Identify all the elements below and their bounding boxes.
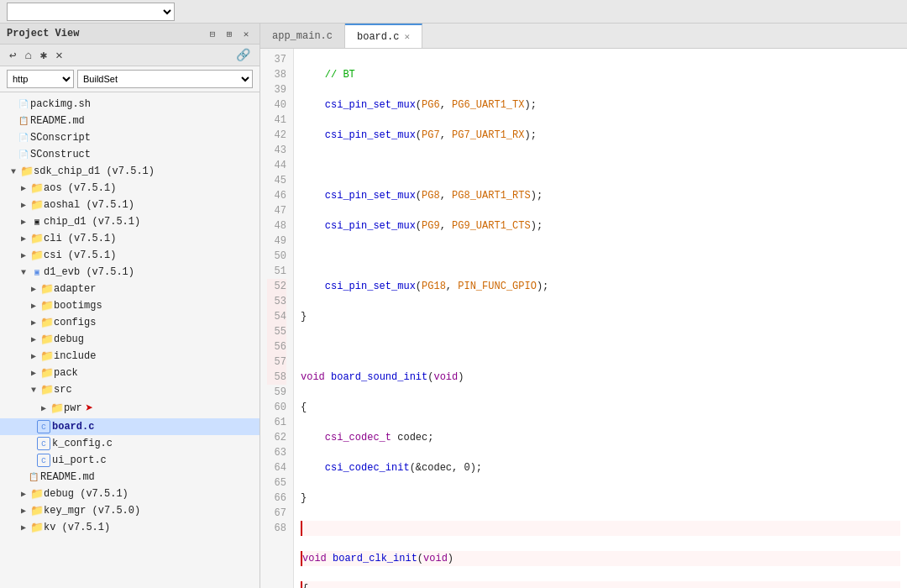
file-icon: 📄 bbox=[17, 131, 30, 144]
tree-item-sconstruct[interactable]: 📄 SConstruct bbox=[0, 146, 260, 163]
tree-item-bootimgs[interactable]: ▶ 📁 bootimgs bbox=[0, 297, 260, 314]
tree-label: README.md bbox=[30, 115, 85, 127]
code-content[interactable]: // BT csi_pin_set_mux(PG6, PG6_UART1_TX)… bbox=[294, 49, 907, 588]
file-c-icon: c bbox=[37, 454, 50, 467]
toolbar-star-icon[interactable]: ✱ bbox=[38, 47, 50, 63]
tree-item-aos[interactable]: ▶ 📁 aos (v7.5.1) bbox=[0, 180, 260, 197]
tree-item-readme-d1evb[interactable]: 📋 README.md bbox=[0, 469, 260, 486]
code-line-39: csi_pin_set_mux(PG7, PG7_UART1_RX); bbox=[301, 128, 900, 143]
sidebar-close-icon[interactable]: ✕ bbox=[239, 27, 253, 40]
code-line-40 bbox=[301, 158, 900, 173]
expand-arrow-icon: ▶ bbox=[17, 198, 30, 212]
sidebar-toolbar: ↩ ⌂ ✱ ✕ 🔗 bbox=[0, 45, 260, 66]
sidebar-minimize-icon[interactable]: ⊟ bbox=[206, 27, 219, 40]
folder-icon: 📁 bbox=[40, 366, 54, 380]
tree-item-keymgr[interactable]: ▶ 📁 key_mgr (v7.5.0) bbox=[0, 502, 260, 519]
toolbar-back-icon[interactable]: ↩ bbox=[7, 47, 18, 63]
tree-item-adapter[interactable]: ▶ 📁 adapter bbox=[0, 281, 260, 297]
tree-item-pwr[interactable]: ▶ 📁 pwr ➤ bbox=[0, 398, 260, 418]
folder-icon: 📁 bbox=[40, 282, 54, 296]
file-c-icon: c bbox=[37, 420, 50, 433]
tree-item-kv[interactable]: ▶ 📁 kv (v7.5.1) bbox=[0, 519, 260, 536]
tree-item-kconfig[interactable]: c k_config.c bbox=[0, 435, 260, 452]
toolbar-close2-icon[interactable]: ✕ bbox=[53, 47, 65, 63]
tree-item-uiport[interactable]: c ui_port.c bbox=[0, 452, 260, 469]
code-line-51: } bbox=[301, 491, 900, 506]
toolbar-home-icon[interactable]: ⌂ bbox=[22, 48, 34, 63]
editor: app_main.c board.c ✕ 3738394041 42434445… bbox=[260, 24, 907, 588]
tree-item-debug-pkg[interactable]: ▶ 📁 debug (v7.5.1) bbox=[0, 486, 260, 502]
buildset-select[interactable]: BuildSet bbox=[77, 70, 253, 88]
chip-icon: ▣ bbox=[30, 215, 44, 228]
tree-item-pack[interactable]: ▶ 📁 pack bbox=[0, 365, 260, 381]
code-line-43 bbox=[301, 249, 900, 264]
tree-item-readme-root[interactable]: 📋 README.md bbox=[0, 113, 260, 129]
code-line-48: { bbox=[301, 400, 900, 415]
tab-close-icon[interactable]: ✕ bbox=[404, 31, 410, 42]
folder-icon: 📁 bbox=[40, 383, 54, 396]
tree-item-debug[interactable]: ▶ 📁 debug bbox=[0, 331, 260, 348]
tree-label: configs bbox=[54, 317, 96, 328]
folder-icon: 📁 bbox=[40, 316, 54, 329]
code-line-52 bbox=[301, 521, 900, 536]
tree-item-cli[interactable]: ▶ 📁 cli (v7.5.1) bbox=[0, 230, 260, 247]
code-line-45: } bbox=[301, 309, 900, 324]
sidebar-dropdowns: http BuildSet bbox=[0, 66, 260, 92]
expand-arrow-icon: ▼ bbox=[27, 383, 40, 396]
tree-label: bootimgs bbox=[54, 300, 102, 312]
tree-item-include[interactable]: ▶ 📁 include bbox=[0, 348, 260, 365]
tree-item-d1evb[interactable]: ▼ ▣ d1_evb (v7.5.1) bbox=[0, 264, 260, 281]
expand-arrow-icon: ▼ bbox=[7, 165, 20, 178]
code-line-47: void board_sound_init(void) bbox=[301, 370, 900, 385]
editor-tabs: app_main.c board.c ✕ bbox=[260, 24, 907, 49]
tree-item-board-c[interactable]: c board.c bbox=[0, 418, 260, 435]
folder-icon: 📁 bbox=[30, 487, 44, 501]
file-sh-icon: 📄 bbox=[17, 97, 30, 111]
expand-arrow-icon: ▶ bbox=[27, 349, 40, 363]
folder-icon: 📁 bbox=[30, 181, 44, 195]
tree-item-aoshal[interactable]: ▶ 📁 aoshal (v7.5.1) bbox=[0, 197, 260, 213]
tree-item-configs[interactable]: ▶ 📁 configs bbox=[0, 314, 260, 331]
toolbar-link-icon[interactable]: 🔗 bbox=[233, 47, 253, 63]
tree-label: adapter bbox=[54, 283, 96, 295]
tree-item-csi[interactable]: ▶ 📁 csi (v7.5.1) bbox=[0, 247, 260, 264]
tab-label: board.c bbox=[357, 31, 399, 43]
arrow-indicator: ➤ bbox=[86, 400, 94, 417]
expand-arrow-icon: ▼ bbox=[17, 265, 30, 279]
code-line-38: csi_pin_set_mux(PG6, PG6_UART1_TX); bbox=[301, 97, 900, 113]
tree-item-packimg[interactable]: 📄 packimg.sh bbox=[0, 96, 260, 113]
http-select[interactable]: http bbox=[7, 70, 74, 88]
expand-arrow-icon: ▶ bbox=[27, 316, 40, 329]
tree-label: src bbox=[54, 384, 72, 396]
folder-icon: 📁 bbox=[40, 333, 54, 346]
expand-arrow-icon: ▶ bbox=[17, 504, 30, 517]
code-line-53: void board_clk_init(void) bbox=[301, 551, 900, 566]
tree-item-src[interactable]: ▼ 📁 src bbox=[0, 381, 260, 398]
sidebar-title: Project View bbox=[7, 28, 79, 39]
tree-item-sconscript[interactable]: 📄 SConscript bbox=[0, 129, 260, 146]
folder-icon: 📁 bbox=[30, 198, 44, 212]
sidebar-maximize-icon[interactable]: ⊞ bbox=[223, 27, 236, 40]
code-line-46 bbox=[301, 339, 900, 354]
sidebar-title-bar: Project View ⊟ ⊞ ✕ bbox=[0, 24, 260, 45]
tree-label: debug bbox=[54, 333, 84, 345]
tree-item-chip-d1[interactable]: ▶ ▣ chip_d1 (v7.5.1) bbox=[0, 213, 260, 230]
top-dropdown[interactable] bbox=[7, 3, 175, 21]
tree-label: debug (v7.5.1) bbox=[44, 488, 128, 500]
tab-board-c[interactable]: board.c ✕ bbox=[345, 24, 422, 48]
folder-icon: 📁 bbox=[30, 504, 44, 517]
expand-arrow-icon: ▶ bbox=[27, 333, 40, 346]
tree-label: pack bbox=[54, 367, 78, 379]
sidebar: Project View ⊟ ⊞ ✕ ↩ ⌂ ✱ ✕ 🔗 http BuildS… bbox=[0, 24, 260, 588]
tree-label: cli (v7.5.1) bbox=[44, 233, 116, 244]
expand-arrow-icon: ▶ bbox=[17, 487, 30, 501]
code-line-44: csi_pin_set_mux(PG18, PIN_FUNC_GPIO); bbox=[301, 279, 900, 294]
sidebar-tree: 📄 packimg.sh 📋 README.md 📄 SConscript 📄 … bbox=[0, 92, 260, 588]
tree-item-sdk-chip[interactable]: ▼ 📁 sdk_chip_d1 (v7.5.1) bbox=[0, 163, 260, 180]
folder-icon: 📁 bbox=[40, 299, 54, 312]
expand-arrow-icon: ▶ bbox=[27, 366, 40, 380]
tree-label: README.md bbox=[40, 471, 95, 483]
tab-app-main[interactable]: app_main.c bbox=[260, 24, 345, 48]
expand-arrow-icon: ▶ bbox=[17, 249, 30, 262]
tree-label: csi (v7.5.1) bbox=[44, 249, 116, 261]
